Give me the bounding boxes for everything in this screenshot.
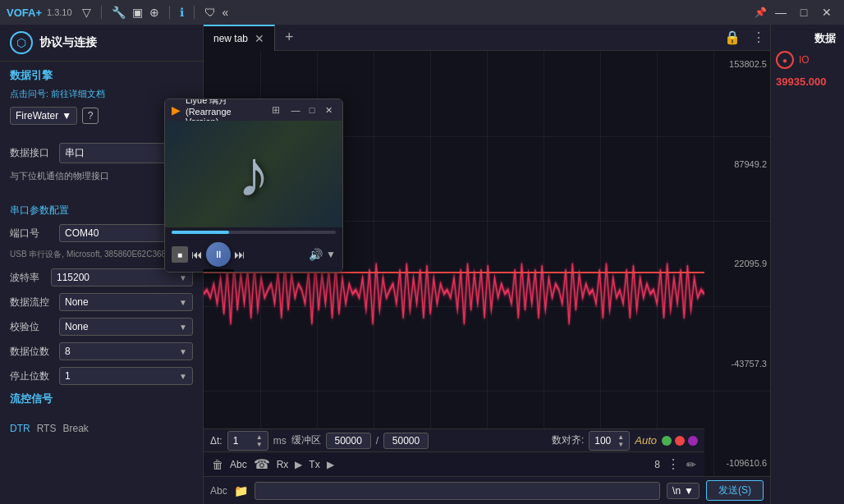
box-icon[interactable]: ▣ xyxy=(132,6,143,19)
folder-icon[interactable]: 📁 xyxy=(234,484,248,497)
titlebar-tools: ▽ 🔧 ▣ ⊕ ℹ 🛡 « xyxy=(82,6,229,19)
stop-bits-value: 1 xyxy=(65,370,71,382)
y-axis: 153802.5 87949.2 22095.9 -43757.3 -10961… xyxy=(704,51,770,476)
media-next-button[interactable]: ⏭ xyxy=(234,248,245,261)
break-label[interactable]: Break xyxy=(62,423,88,434)
data-bits-select[interactable]: 8 ▼ xyxy=(59,342,193,360)
help-link[interactable]: 点击问号: 前往详细文档 xyxy=(10,88,193,100)
maximize-button[interactable]: □ xyxy=(793,2,814,23)
bottom-abc: Abc xyxy=(230,459,247,470)
buffer-value1[interactable]: 50000 xyxy=(326,433,371,449)
flow-signal-label: 流控信号 xyxy=(10,392,193,406)
flow-control-value: None xyxy=(65,296,89,308)
progress-bar-bg xyxy=(172,231,336,234)
dot-green xyxy=(662,436,672,446)
flow-control-select[interactable]: None ▼ xyxy=(59,293,193,311)
tab-close-button[interactable]: ✕ xyxy=(255,32,264,45)
bottom-tx: Tx xyxy=(309,459,319,470)
bottom-arrow2: ▶ xyxy=(327,459,334,470)
tab-new[interactable]: new tab ✕ xyxy=(204,25,275,51)
align-label: 数对齐: xyxy=(552,433,584,447)
stop-bits-select[interactable]: 1 ▼ xyxy=(59,367,193,385)
io-label: IO xyxy=(799,54,810,66)
engine-select[interactable]: FireWater ▼ xyxy=(10,107,77,125)
delta-t-value: 1 xyxy=(233,435,239,447)
media-body: ♪ xyxy=(165,121,342,227)
target-icon[interactable]: ⊕ xyxy=(149,6,159,19)
media-progress[interactable] xyxy=(165,227,342,237)
align-value: 100 xyxy=(594,435,611,447)
chart-controls-bar: Δt: 1 ▲▼ ms 缓冲区 50000 / 50000 数对齐: 100 ▲… xyxy=(204,428,704,451)
bottom-abc-label: Abc xyxy=(210,485,227,497)
tab-lock-icon[interactable]: 🔒 xyxy=(718,30,747,45)
help-button[interactable]: ? xyxy=(82,108,99,124)
signal-row: DTR RTS Break xyxy=(0,418,203,439)
settings-icon[interactable]: 🔧 xyxy=(112,6,126,19)
more-icon[interactable]: ⋮ xyxy=(667,456,680,472)
dropdown-icon[interactable]: ▽ xyxy=(82,6,91,19)
right-panel-title: 数据 xyxy=(814,31,836,46)
expand-icon[interactable]: « xyxy=(222,6,229,19)
io-inner: ● xyxy=(782,56,787,65)
zoom-bar: 🗑 Abc ☎ Rx ▶ Tx ▶ 8 ⋮ ✏ xyxy=(204,451,704,476)
dtr-label[interactable]: DTR xyxy=(10,423,30,434)
io-row: ● IO xyxy=(776,51,810,69)
interface-label: 数据接口 xyxy=(10,146,59,160)
sidebar-title: 协议与连接 xyxy=(39,35,97,50)
media-grid-btn[interactable]: ⊞ xyxy=(272,104,280,116)
titlebar: VOFA+ 1.3.10 ▽ 🔧 ▣ ⊕ ℹ 🛡 « 📌 — □ ✕ xyxy=(0,0,844,25)
data-bits-label: 数据位数 xyxy=(10,345,59,359)
connection-icon: ⬡ xyxy=(10,31,33,54)
delta-t-unit: ms xyxy=(273,435,287,447)
music-note-icon: ♪ xyxy=(237,136,270,212)
newline-value: \n xyxy=(672,485,681,497)
tab-label: new tab xyxy=(213,33,248,44)
info-icon[interactable]: ℹ xyxy=(180,6,184,19)
sep3 xyxy=(194,6,195,19)
y-label-2: 87949.2 xyxy=(708,159,767,169)
media-title-icon: ▶ xyxy=(172,103,181,117)
delete-icon[interactable]: 🗑 xyxy=(212,458,223,471)
media-maximize-button[interactable]: □ xyxy=(305,103,319,117)
buffer-label: 缓冲区 xyxy=(291,433,321,447)
shield-icon[interactable]: 🛡 xyxy=(204,6,216,19)
dot-red xyxy=(675,436,685,446)
media-minimize-button[interactable]: — xyxy=(288,103,303,117)
pin-icon[interactable]: 📌 xyxy=(755,7,767,18)
flow-control-label: 数据流控 xyxy=(10,296,59,309)
stop-bits-row: 停止位数 1 ▼ xyxy=(10,367,193,385)
media-stop-button[interactable]: ■ xyxy=(172,246,188,263)
close-button[interactable]: ✕ xyxy=(816,2,837,23)
data-bits-row: 数据位数 8 ▼ xyxy=(10,342,193,360)
delta-t-input[interactable]: 1 ▲▼ xyxy=(227,431,268,451)
buffer-value2[interactable]: 50000 xyxy=(383,433,429,449)
tab-menu-icon[interactable]: ⋮ xyxy=(747,30,770,45)
media-vol-arrow[interactable]: ▼ xyxy=(326,249,336,260)
media-volume-button[interactable]: 🔊 xyxy=(309,248,323,261)
rts-label[interactable]: RTS xyxy=(37,423,57,434)
media-pause-button[interactable]: ⏸ xyxy=(206,242,231,267)
media-player: ▶ Liyue 璃月 (Rearrange Version) ⊞ — □ ✕ ♪… xyxy=(164,99,343,273)
progress-bar-fill xyxy=(172,231,229,234)
pause-tooltip: 暂停 xyxy=(203,269,234,273)
minimize-button[interactable]: — xyxy=(770,2,791,23)
send-button[interactable]: 发送(S) xyxy=(706,480,764,501)
parity-select[interactable]: None ▼ xyxy=(59,318,193,336)
align-input[interactable]: 100 ▲▼ xyxy=(589,431,630,451)
app-name: VOFA+ xyxy=(7,7,42,19)
media-close-button[interactable]: ✕ xyxy=(321,103,336,117)
tab-add-button[interactable]: + xyxy=(275,29,304,46)
data-bits-value: 8 xyxy=(65,346,71,357)
flow-control-row: 数据流控 None ▼ xyxy=(10,293,193,311)
window-controls: — □ ✕ xyxy=(770,2,837,23)
stop-bits-label: 停止位数 xyxy=(10,369,59,383)
eraser-icon[interactable]: ✏ xyxy=(686,458,696,471)
send-input[interactable] xyxy=(255,482,660,500)
data-engine-title: 数据引擎 xyxy=(10,68,193,83)
media-prev-button[interactable]: ⏮ xyxy=(191,248,203,261)
newline-select[interactable]: \n ▼ xyxy=(667,483,700,499)
color-dots xyxy=(662,436,698,446)
sidebar-header: ⬡ 协议与连接 xyxy=(0,25,203,62)
dot-purple xyxy=(688,436,698,446)
parity-label: 校验位 xyxy=(10,320,59,334)
